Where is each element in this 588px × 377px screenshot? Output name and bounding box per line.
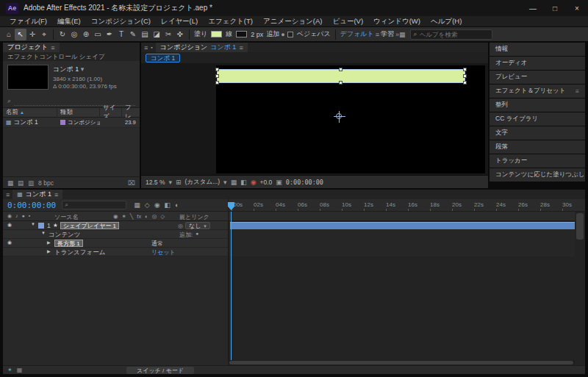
add-property-icon[interactable]: ●: [196, 231, 198, 236]
layer-duration-bar[interactable]: [230, 222, 579, 229]
layer-label-chip[interactable]: [38, 223, 44, 229]
hide-shy-layers-icon[interactable]: ◉: [154, 201, 160, 209]
chevron-down-icon[interactable]: ▾: [168, 179, 172, 186]
menu-animation[interactable]: アニメーション(A): [258, 17, 328, 26]
brush-tool-icon[interactable]: ✎: [127, 29, 139, 40]
panel-align[interactable]: 整列: [490, 98, 585, 112]
eye-icon[interactable]: ◉: [7, 240, 12, 245]
selection-handle[interactable]: [463, 68, 467, 71]
column-framerate[interactable]: フレ: [122, 108, 140, 118]
minimize-button[interactable]: —: [522, 0, 544, 16]
anchor-point-indicator[interactable]: [334, 111, 345, 123]
fill-color-swatch[interactable]: [211, 31, 222, 37]
comp-timecode[interactable]: 0:00:00:00: [286, 179, 323, 186]
panel-menu-icon[interactable]: ≡: [144, 44, 148, 51]
menu-effect[interactable]: エフェクト(T): [203, 17, 258, 26]
stroke-color-swatch[interactable]: [236, 31, 247, 37]
panel-cc-libraries[interactable]: CC ライブラリ: [490, 112, 585, 126]
panel-audio[interactable]: オーディオ: [490, 57, 585, 71]
selection-tool-icon[interactable]: ↖: [15, 29, 26, 40]
property-row-contents[interactable]: ▼ コンテンツ 追加: ●: [3, 230, 585, 239]
panel-menu-icon[interactable]: ≡: [51, 44, 54, 51]
channels-icon[interactable]: ◉: [251, 179, 257, 186]
twirl-open-icon[interactable]: ▼: [31, 222, 35, 226]
column-size[interactable]: サイズ: [100, 108, 122, 118]
rotate-tool-icon[interactable]: ↻: [57, 29, 68, 40]
property-row-rectangle[interactable]: ◉ ▶ 長方形 1 通常: [3, 239, 585, 248]
help-search-input[interactable]: [420, 31, 486, 38]
panel-info[interactable]: 情報: [490, 43, 585, 57]
menu-composition[interactable]: コンポジション(C): [86, 17, 156, 26]
frame-blending-icon[interactable]: ◧: [165, 201, 171, 209]
draft-3d-icon[interactable]: ◇: [145, 201, 150, 209]
column-parent-link[interactable]: 親とリンク: [179, 213, 209, 221]
workspace-tab-default[interactable]: デフォルト: [340, 29, 374, 39]
current-time-indicator-line[interactable]: [231, 212, 232, 360]
panel-tracker[interactable]: トラッカー: [490, 154, 585, 168]
panel-character[interactable]: 文字: [490, 126, 585, 140]
puppet-pin-tool-icon[interactable]: ✜: [174, 29, 186, 40]
panel-menu-icon[interactable]: ≡: [576, 87, 579, 95]
project-bit-depth[interactable]: 8 bpc: [38, 179, 54, 187]
selection-handle[interactable]: [463, 81, 467, 85]
comp-name-line[interactable]: コンポ 1 ▾: [53, 65, 117, 74]
panel-menu-icon[interactable]: ≡: [54, 191, 58, 198]
twirl-closed-icon[interactable]: ▶: [47, 240, 51, 245]
shape-layer-selection[interactable]: [218, 70, 465, 82]
stroke-width-value[interactable]: 2 px: [251, 31, 263, 38]
panel-paragraph[interactable]: 段落: [490, 140, 585, 154]
lock-icon[interactable]: ▪: [151, 45, 152, 50]
bezier-path-checkbox[interactable]: [287, 32, 293, 37]
selection-handle[interactable]: [215, 74, 219, 78]
menu-edit[interactable]: 編集(E): [52, 17, 86, 26]
clone-stamp-tool-icon[interactable]: ▤: [139, 29, 151, 40]
layer-row-1[interactable]: ◉ ▼ 1 ★ シェイプレイヤー 1 ◎ なし ▾: [3, 221, 585, 230]
panel-menu-icon[interactable]: ≡: [6, 191, 10, 198]
zoom-tool-icon[interactable]: ⌖: [38, 29, 50, 40]
motion-blur-icon[interactable]: ◐: [175, 201, 179, 209]
mini-flowchart-icon[interactable]: ▦: [134, 201, 140, 209]
viewer-tab-comp1[interactable]: コンポ 1: [146, 54, 180, 62]
pan-behind-tool-icon[interactable]: ⊕: [80, 29, 92, 40]
time-ruler[interactable]: :00s 02s 04s 06s 08s 10s 12s 14s 16s 18s…: [228, 199, 575, 211]
menu-layer[interactable]: レイヤー(L): [156, 17, 203, 26]
close-button[interactable]: ×: [566, 0, 588, 16]
current-timecode[interactable]: 0:00:00:00: [7, 201, 56, 210]
interpret-footage-icon[interactable]: ▦: [7, 179, 13, 187]
add-options-icon[interactable]: ●: [281, 31, 284, 38]
selection-handle[interactable]: [339, 81, 343, 85]
parent-dropdown[interactable]: なし ▾: [185, 222, 210, 229]
comp-thumbnail[interactable]: [7, 65, 49, 90]
shape-tool-icon[interactable]: ▭: [92, 29, 104, 40]
project-item-row[interactable]: ▦ コンポ 1 コンポジション 23.9: [3, 118, 140, 128]
new-folder-icon[interactable]: ▤: [18, 179, 24, 187]
timeline-vertical-scrollbar[interactable]: [575, 212, 585, 360]
resolution-select[interactable]: (カスタム...): [185, 178, 220, 187]
menu-window[interactable]: ウィンドウ(W): [368, 17, 426, 26]
home-icon[interactable]: ⌂: [3, 29, 15, 40]
tab-timeline-comp1[interactable]: ▦ コンポ 1 ≡: [12, 190, 62, 199]
add-property-label[interactable]: 追加:: [179, 231, 193, 239]
mask-toggle-icon[interactable]: ◧: [240, 179, 247, 186]
eraser-tool-icon[interactable]: ◪: [151, 29, 162, 40]
eye-icon[interactable]: ◉: [7, 222, 12, 228]
chevron-down-icon[interactable]: ▾: [223, 179, 227, 186]
fill-label[interactable]: 塗り: [194, 29, 207, 39]
stroke-label[interactable]: 線: [226, 29, 232, 39]
maximize-button[interactable]: □: [544, 0, 566, 16]
trash-icon[interactable]: ⌧: [128, 179, 135, 187]
tab-composition-viewer[interactable]: コンポジション コンポ 1 ≡: [156, 43, 248, 52]
layer-name[interactable]: シェイプレイヤー 1: [60, 222, 119, 229]
expand-layers-icon[interactable]: ✶: [7, 367, 12, 373]
panel-content-aware-fill[interactable]: コンテンツに応じた塗りつぶし: [490, 168, 585, 182]
timeline-search-box[interactable]: ⌕: [62, 201, 126, 209]
transparency-grid-icon[interactable]: ▦: [231, 179, 237, 186]
blend-mode-dropdown[interactable]: 通常: [151, 240, 163, 248]
grid-icon[interactable]: ▦: [17, 367, 23, 373]
menu-view[interactable]: ビュー(V): [327, 17, 368, 26]
help-search-box[interactable]: ⌕: [410, 29, 492, 40]
switches-modes-toggle-button[interactable]: スイッチ / モード: [126, 367, 194, 374]
camera-tool-icon[interactable]: ◎: [68, 29, 80, 40]
property-row-transform[interactable]: ▶ トランスフォーム リセット: [3, 248, 585, 256]
menu-help[interactable]: ヘルプ(H): [426, 17, 467, 26]
